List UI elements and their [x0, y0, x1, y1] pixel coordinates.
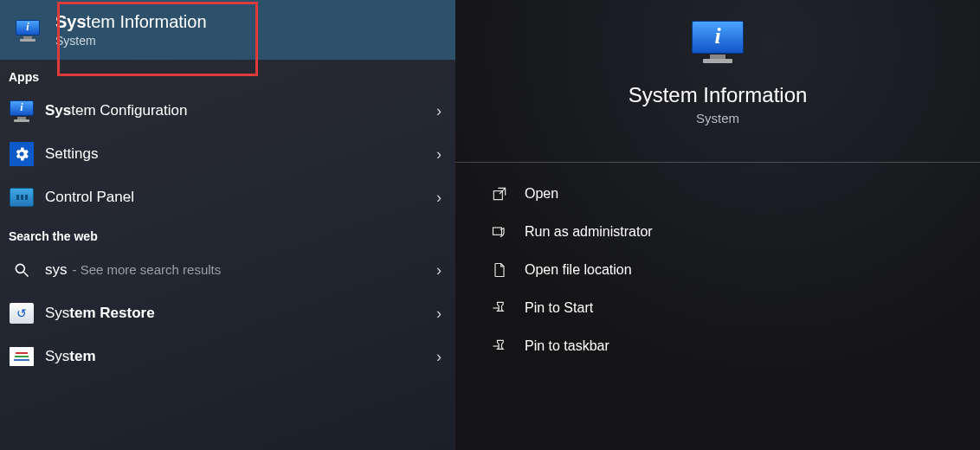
result-control-panel[interactable]: Control Panel › — [0, 176, 455, 219]
system-restore-icon: ↺ — [9, 300, 35, 326]
chevron-right-icon: › — [436, 145, 442, 164]
folder-icon — [487, 261, 513, 279]
pin-icon — [487, 299, 513, 317]
svg-rect-4 — [493, 228, 502, 235]
apps-section-header: Apps — [0, 60, 455, 89]
result-system-restore[interactable]: ↺ System Restore › — [0, 292, 455, 335]
detail-title: System Information — [629, 83, 808, 107]
best-match-result[interactable]: i System Information System — [0, 0, 455, 60]
svg-point-0 — [16, 264, 24, 273]
detail-actions: Open Run as administrator Open file loca… — [455, 175, 980, 365]
pin-icon — [487, 338, 513, 355]
chevron-right-icon: › — [436, 102, 442, 120]
shield-icon — [487, 223, 513, 241]
detail-subtitle: System — [696, 111, 739, 125]
best-match-title: System Information — [55, 12, 207, 32]
result-system-configuration[interactable]: i System Configuration › — [0, 89, 455, 132]
system-icon — [9, 344, 35, 370]
chevron-right-icon: › — [436, 261, 442, 280]
settings-icon — [9, 141, 35, 167]
chevron-right-icon: › — [436, 189, 442, 207]
system-configuration-icon: i — [9, 98, 35, 124]
best-match-subtitle: System — [55, 34, 207, 48]
separator — [455, 162, 980, 163]
system-information-icon: i — [10, 13, 45, 48]
action-open[interactable]: Open — [480, 175, 956, 213]
action-pin-to-taskbar[interactable]: Pin to taskbar — [480, 327, 956, 365]
result-system[interactable]: System › — [0, 335, 455, 378]
detail-app-icon: i — [692, 21, 744, 68]
result-web-sys[interactable]: sys- See more search results › — [0, 248, 455, 292]
web-section-header: Search the web — [0, 219, 455, 248]
chevron-right-icon: › — [436, 305, 442, 323]
detail-pane: i System Information System Open Run as … — [455, 0, 980, 450]
svg-line-1 — [24, 273, 29, 277]
control-panel-icon — [9, 184, 35, 210]
action-pin-to-start[interactable]: Pin to Start — [480, 289, 956, 327]
search-results-pane: i System Information System Apps i Syste… — [0, 0, 455, 450]
search-icon — [9, 257, 35, 283]
action-open-file-location[interactable]: Open file location — [480, 251, 956, 289]
detail-header: i System Information System — [455, 0, 980, 141]
open-icon — [487, 185, 513, 202]
result-settings[interactable]: Settings › — [0, 132, 455, 176]
action-run-as-admin[interactable]: Run as administrator — [480, 213, 956, 251]
chevron-right-icon: › — [436, 348, 442, 366]
